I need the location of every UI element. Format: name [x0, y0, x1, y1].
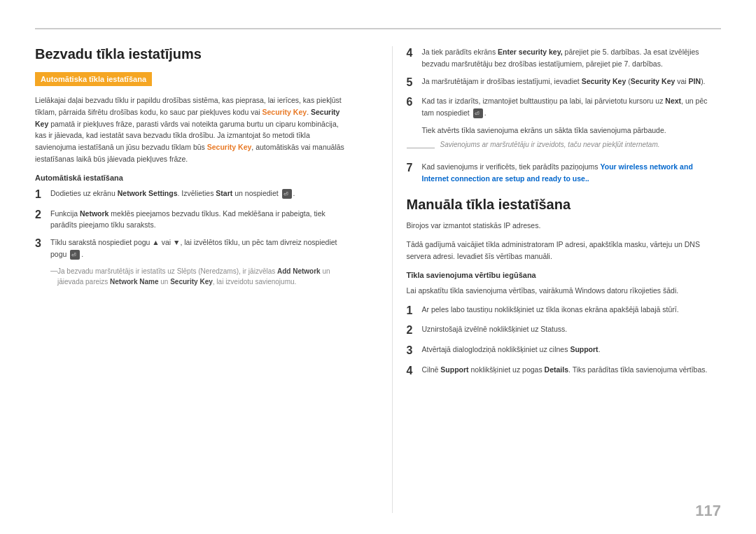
- manual-step-1: 1 Ar peles labo taustiņu noklikšķiniet u…: [407, 304, 722, 318]
- manual-step-1-number: 1: [407, 304, 422, 318]
- page-container: Bezvadu tīkla iestatījums Automātiska tī…: [0, 0, 756, 534]
- main-title-left: Bezvadu tīkla iestatījums: [35, 46, 350, 62]
- note-text: Ja bezvadu maršrutētājs ir iestatīts uz …: [57, 266, 350, 287]
- intro-paragraph: Lielākajai daļai bezvadu tīklu ir papild…: [35, 94, 350, 165]
- left-column: Bezvadu tīkla iestatījums Automātiska tī…: [35, 46, 364, 513]
- separator-line: [407, 148, 435, 148]
- network-values-subtitle: Tīkla savienojuma vērtību iegūšana: [407, 271, 722, 279]
- manual-step-3-text: Atvērtajā dialoglodziņā noklikšķiniet uz…: [422, 344, 722, 356]
- step-1-text: Dodieties uz ekrānu Network Settings. Iz…: [50, 188, 350, 199]
- step-2: 2 Funkcija Network meklēs pieejamos bezv…: [35, 208, 350, 232]
- step-2-number: 2: [35, 208, 50, 223]
- enter-icon-2: [70, 250, 80, 260]
- manual-step-4-text: Cilnē Support noklikšķiniet uz pogas Det…: [422, 364, 722, 376]
- security-key-mention-2: Security Key: [207, 143, 252, 151]
- network-values-note: Lai apskatītu tīkla savienojuma vērtības…: [407, 285, 722, 297]
- step-4-number: 4: [407, 46, 422, 61]
- enter-icon-3: [473, 108, 483, 118]
- step-1: 1 Dodieties uz ekrānu Network Settings. …: [35, 188, 350, 202]
- manual-setup-title: Manuāla tīkla iestatīšana: [407, 197, 722, 213]
- step-6: 6 Kad tas ir izdarīts, izmantojiet bultt…: [407, 95, 722, 119]
- manual-step-3: 3 Atvērtajā dialoglodziņā noklikšķiniet …: [407, 344, 722, 358]
- content-area: Bezvadu tīkla iestatījums Automātiska tī…: [35, 46, 721, 513]
- step-3-note: — Ja bezvadu maršrutētājs ir iestatīts u…: [50, 266, 350, 287]
- manual-step-1-text: Ar peles labo taustiņu noklikšķiniet uz …: [422, 304, 722, 316]
- manual-step-2-number: 2: [407, 323, 422, 338]
- highlight-label: Automātiska tīkla iestatīšana: [35, 72, 152, 86]
- step-4-text: Ja tiek parādīts ekrāns Enter security k…: [422, 46, 722, 70]
- security-key-mention-1: Security Key: [262, 108, 307, 116]
- note-dash: —: [50, 266, 57, 274]
- step-7: 7 Kad savienojums ir verificēts, tiek pa…: [407, 161, 722, 185]
- step-6-subtext-content: Tiek atvērts tīkla savienojuma ekrāns un…: [422, 126, 666, 134]
- enter-icon-1: [282, 189, 292, 199]
- right-column: 4 Ja tiek parādīts ekrāns Enter security…: [392, 46, 722, 513]
- top-divider: [35, 28, 721, 29]
- step-7-text: Kad savienojums ir verificēts, tiek parā…: [422, 161, 722, 185]
- step-5-text: Ja maršrutētājam ir drošības iestatījumi…: [422, 76, 722, 87]
- step-5-number: 5: [407, 76, 422, 90]
- step-5: 5 Ja maršrutētājam ir drošības iestatīju…: [407, 76, 722, 90]
- step-7-number: 7: [407, 161, 422, 176]
- step-3-text: Tīklu sarakstā nospiediet pogu ▲ vai ▼, …: [50, 237, 350, 260]
- step-6-text: Kad tas ir izdarīts, izmantojiet bulttau…: [422, 95, 722, 119]
- manual-intro: Birojos var izmantot statiskās IP adrese…: [407, 220, 722, 232]
- page-number: 117: [695, 502, 721, 520]
- manual-step-2-text: Uznirstošajā izvēlnē noklikšķiniet uz St…: [422, 323, 722, 335]
- step-6-number: 6: [407, 95, 422, 110]
- step-3: 3 Tīklu sarakstā nospiediet pogu ▲ vai ▼…: [35, 237, 350, 260]
- separator-note-line: Savienojums ar maršrutētāju ir izveidots…: [407, 142, 722, 154]
- separator-note: Savienojums ar maršrutētāju ir izveidots…: [440, 141, 660, 148]
- manual-body: Tādā gadījumā vaicājiet tīkla administra…: [407, 239, 722, 262]
- step-2-text: Funkcija Network meklēs pieejamos bezvad…: [50, 208, 350, 232]
- step-6-subtext: Tiek atvērts tīkla savienojuma ekrāns un…: [422, 125, 722, 136]
- step-1-number: 1: [35, 188, 50, 202]
- step-4: 4 Ja tiek parādīts ekrāns Enter security…: [407, 46, 722, 70]
- auto-setup-subtitle: Automātiskā iestatīšana: [35, 174, 350, 182]
- manual-step-4: 4 Cilnē Support noklikšķiniet uz pogas D…: [407, 364, 722, 379]
- manual-step-2: 2 Uznirstošajā izvēlnē noklikšķiniet uz …: [407, 323, 722, 338]
- manual-step-3-number: 3: [407, 344, 422, 358]
- manual-step-4-number: 4: [407, 364, 422, 379]
- step-3-number: 3: [35, 237, 50, 251]
